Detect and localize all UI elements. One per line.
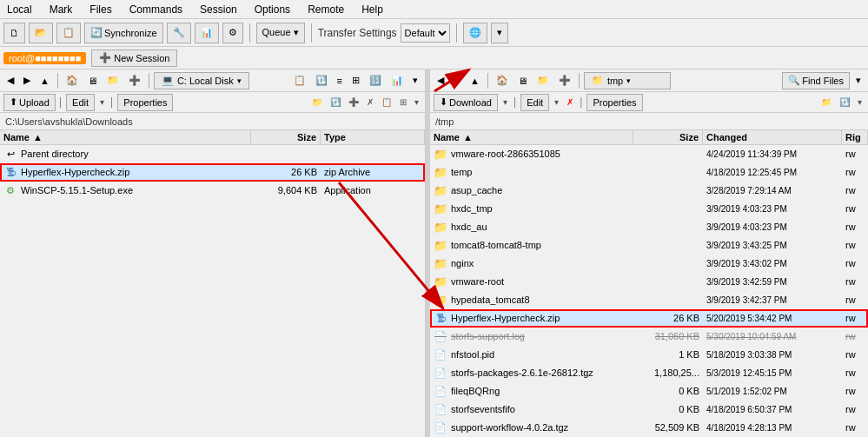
left-properties-btn[interactable]: Properties (117, 94, 173, 111)
right-download-btn[interactable]: ⬇ Download (434, 94, 498, 111)
left-col-name[interactable]: Name ▲ (0, 130, 251, 144)
right-nav-btn-7[interactable]: ▾ (852, 72, 865, 89)
right-row-11[interactable]: 📄 nfstool.pid 1 KB 5/18/2019 3:03:38 PM … (430, 346, 868, 364)
left-nav-up[interactable]: ▲ (36, 72, 53, 89)
left-toolbar-more-7[interactable]: ▾ (412, 95, 421, 110)
left-toolbar-more-5[interactable]: 📋 (379, 95, 394, 110)
left-nav-root[interactable]: 🏠 (63, 72, 82, 89)
right-col-size[interactable]: Size (633, 130, 703, 144)
find-files-btn[interactable]: 🔍 Find Files (782, 72, 850, 89)
right-edit-btn[interactable]: Edit (520, 94, 549, 111)
menu-help[interactable]: Help (358, 3, 387, 17)
queue-btn[interactable]: Queue ▾ (256, 23, 305, 43)
right-nav-forward[interactable]: ▶ (450, 72, 464, 89)
left-file-list: ↩ Parent directory 🗜 Hyperflex-Hyperchec… (0, 145, 425, 437)
right-row-13[interactable]: 📄 fileqBQRng 0 KB 5/1/2019 1:52:02 PM rw (430, 382, 868, 401)
left-toolbar-more-3[interactable]: ➕ (346, 95, 361, 110)
toolbar-icon-8[interactable]: ▾ (491, 23, 508, 43)
right-toolbar-more-3[interactable]: ▾ (855, 95, 865, 110)
right-toolbar-more-2[interactable]: 🔃 (837, 95, 852, 110)
left-nav-add[interactable]: ➕ (125, 72, 144, 89)
right-col-rights[interactable]: Rig (842, 130, 868, 144)
right-row-14[interactable]: 📄 storfseventsfifo 0 KB 4/18/2019 6:50:3… (430, 401, 868, 419)
right-row-6[interactable]: 📁 nginx 3/9/2019 3:43:02 PM rw (430, 255, 868, 273)
menu-mark[interactable]: Mark (46, 3, 76, 17)
toolbar-icon-2[interactable]: 📂 (29, 23, 53, 43)
left-nav-btn-6[interactable]: 📊 (388, 72, 407, 89)
folder-icon: 📁 (434, 238, 447, 252)
right-location-dropdown[interactable]: 📁 tmp (584, 72, 671, 89)
right-file-list: 📁 vmware-root-2866351085 4/24/2019 11:34… (430, 145, 868, 437)
menu-files[interactable]: Files (86, 3, 115, 17)
right-toolbar-more-1[interactable]: 📁 (818, 95, 834, 110)
toolbar-icon-3[interactable]: 📋 (56, 23, 81, 43)
right-path-label: /tmp (430, 113, 868, 130)
right-col-changed[interactable]: Changed (703, 130, 842, 144)
left-nav-btn-2[interactable]: 🔃 (312, 72, 331, 89)
toolbar-icon-6[interactable]: ⚙ (222, 23, 243, 43)
left-nav-docs[interactable]: 📁 (103, 72, 123, 89)
right-row-10[interactable]: 📄 storfs-support.log 31,060 KB 5/30/2019… (430, 328, 868, 346)
left-row-winscp[interactable]: ⚙ WinSCP-5.15.1-Setup.exe 9,604 KB Appli… (0, 182, 425, 200)
transfer-settings-select[interactable]: Default (401, 23, 450, 43)
right-edit-dropdown[interactable]: ▾ (552, 95, 561, 110)
right-row-3[interactable]: 📁 hxdc_tmp 3/9/2019 4:03:23 PM rw (430, 200, 868, 218)
right-row-0[interactable]: 📁 vmware-root-2866351085 4/24/2019 11:34… (430, 145, 868, 163)
left-nav-btn-4[interactable]: ⊞ (348, 72, 363, 89)
right-row-15[interactable]: 📄 support-workflow-4.0.2a.tgz 52,509 KB … (430, 419, 868, 437)
synchronize-btn[interactable]: 🔄 Synchronize (84, 23, 163, 43)
toolbar-icon-1[interactable]: 🗋 (3, 23, 25, 43)
left-edit-btn[interactable]: Edit (66, 94, 95, 111)
left-sep-1 (57, 73, 58, 89)
right-row-12[interactable]: 📄 storfs-packages-2.6.1e-26812.tgz 1,180… (430, 364, 868, 382)
left-col-size[interactable]: Size (251, 130, 321, 144)
left-upload-btn[interactable]: ⬆ Upload (3, 94, 56, 111)
left-nav-btn-3[interactable]: ≡ (334, 72, 346, 89)
right-nav-root[interactable]: 🏠 (493, 72, 512, 89)
left-edit-dropdown[interactable]: ▾ (97, 95, 107, 110)
toolbar-icon-7[interactable]: 🌐 (463, 23, 487, 43)
right-col-name[interactable]: Name ▲ (430, 130, 633, 144)
left-drive-icon: 💻 (162, 75, 174, 86)
right-row-9[interactable]: 🗜 Hyperflex-Hypercheck.zip 26 KB 5/20/20… (430, 309, 868, 328)
left-nav-btn-7[interactable]: ▾ (409, 72, 421, 89)
right-row-5[interactable]: 📁 tomcat8-tomcat8-tmp 3/9/2019 3:43:25 P… (430, 236, 868, 255)
right-nav-docs[interactable]: 📁 (533, 72, 553, 89)
folder-icon: 📁 (434, 220, 447, 234)
left-row-parent[interactable]: ↩ Parent directory (0, 145, 425, 163)
left-toolbar-more-6[interactable]: ⊞ (397, 95, 409, 110)
left-col-type[interactable]: Type (321, 130, 425, 144)
menu-remote[interactable]: Remote (304, 3, 348, 17)
right-nav-back[interactable]: ◀ (434, 72, 447, 89)
left-nav-btn-5[interactable]: 🔢 (366, 72, 385, 89)
zip-icon-left: 🗜 (3, 165, 17, 179)
right-row-2[interactable]: 📁 asup_cache 3/28/2019 7:29:14 AM rw (430, 182, 868, 200)
left-nav-forward[interactable]: ▶ (20, 72, 34, 89)
left-nav-btn-1[interactable]: 📋 (290, 72, 309, 89)
left-toolbar-more-1[interactable]: 📁 (309, 95, 325, 110)
right-row-1[interactable]: 📁 temp 4/18/2019 12:25:45 PM rw (430, 163, 868, 182)
toolbar-icon-4[interactable]: 🔧 (167, 23, 191, 43)
left-toolbar-more-2[interactable]: 🔃 (328, 95, 343, 110)
menu-local[interactable]: Local (3, 3, 36, 17)
right-row-4[interactable]: 📁 hxdc_au 3/9/2019 4:03:23 PM rw (430, 218, 868, 236)
left-nav-desktop[interactable]: 🖥 (84, 72, 101, 89)
right-nav-desktop[interactable]: 🖥 (514, 72, 531, 89)
toolbar-sep-3 (456, 23, 457, 43)
left-location-dropdown[interactable]: 💻 C: Local Disk (154, 72, 249, 89)
right-download-dropdown[interactable]: ▾ (500, 95, 510, 110)
left-nav-back[interactable]: ◀ (3, 72, 17, 89)
left-row-hypercheck[interactable]: 🗜 Hyperflex-Hypercheck.zip 26 KB zip Arc… (0, 163, 425, 182)
right-row-8[interactable]: 📁 hypedata_tomcat8 3/9/2019 3:42:37 PM r… (430, 291, 868, 309)
toolbar-icon-5[interactable]: 📊 (195, 23, 219, 43)
right-properties-btn[interactable]: Properties (586, 94, 642, 111)
right-row-7[interactable]: 📁 vmware-root 3/9/2019 3:42:59 PM rw (430, 273, 868, 291)
right-delete-btn[interactable]: ✗ (564, 95, 576, 110)
right-nav-add[interactable]: ➕ (555, 72, 574, 89)
menu-session[interactable]: Session (196, 3, 241, 17)
menu-commands[interactable]: Commands (126, 3, 186, 17)
right-nav-up[interactable]: ▲ (467, 72, 483, 89)
new-session-btn[interactable]: ➕ New Session (91, 50, 177, 67)
left-toolbar-more-4[interactable]: ✗ (364, 95, 376, 110)
menu-options[interactable]: Options (251, 3, 294, 17)
